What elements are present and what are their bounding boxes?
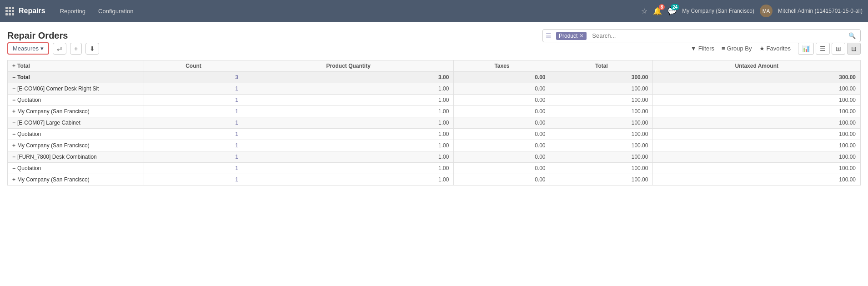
measures-dropdown-arrow: ▾: [40, 45, 44, 52]
row-taxes: 0.00: [454, 140, 550, 151]
favorites-label: Favorites: [767, 45, 791, 52]
kanban-view-btn[interactable]: ⊞: [832, 43, 845, 55]
row-label: −Quotation: [8, 129, 144, 140]
table-row: −[E-COM07] Large Cabinet 1 1.00 0.00 100…: [8, 117, 861, 129]
download-button[interactable]: ⬇: [85, 43, 99, 55]
app-grid-icon[interactable]: [5, 7, 14, 15]
expand-icon[interactable]: +: [12, 176, 15, 183]
expand-icon[interactable]: −: [12, 85, 15, 92]
row-count[interactable]: 1: [144, 163, 243, 174]
row-label: −Quotation: [8, 163, 144, 174]
row-total: 100.00: [550, 163, 653, 174]
expand-icon[interactable]: −: [12, 120, 15, 126]
notification-icon[interactable]: 🔔 8: [653, 7, 662, 15]
row-count[interactable]: 1: [144, 83, 243, 95]
activity-icon[interactable]: ☆: [641, 7, 647, 15]
navbar-right: ☆ 🔔 8 💬 24 My Company (San Francisco) MA…: [641, 5, 863, 17]
expand-icon[interactable]: −: [12, 131, 15, 137]
row-product-qty: 1.00: [243, 117, 453, 129]
expand-icon[interactable]: −: [12, 97, 15, 103]
view-modes: 📊 ☰ ⊞ ⊟: [798, 43, 861, 55]
total-plus-icon: +: [12, 63, 15, 69]
company-name: My Company (San Francisco): [682, 8, 754, 14]
row-product-qty: 1.00: [243, 151, 453, 163]
notification-badge: 8: [659, 4, 665, 10]
message-badge: 24: [671, 4, 679, 10]
table-row: −[FURN_7800] Desk Combination 1 1.00 0.0…: [8, 151, 861, 163]
swap-axes-button[interactable]: ⇄: [53, 43, 66, 55]
row-product-qty: 1.00: [243, 140, 453, 151]
row-taxes: 0.00: [454, 106, 550, 117]
row-total: 100.00: [550, 140, 653, 151]
row-total: 100.00: [550, 129, 653, 140]
table-row: +My Company (San Francisco) 1 1.00 0.00 …: [8, 174, 861, 186]
user-avatar[interactable]: MA: [760, 5, 773, 17]
row-label: −[E-COM06] Corner Desk Right Sit: [8, 83, 144, 95]
filter-tag-label: Product: [559, 33, 577, 39]
row-taxes: 0.00: [454, 129, 550, 140]
measures-button[interactable]: Measures ▾: [7, 42, 49, 55]
row-taxes: 0.00: [454, 117, 550, 129]
app-title[interactable]: Repairs: [19, 7, 45, 15]
row-untaxed: 100.00: [653, 106, 861, 117]
row-total: 100.00: [550, 174, 653, 186]
row-product-qty: 3.00: [243, 72, 453, 83]
row-count[interactable]: 1: [144, 117, 243, 129]
row-taxes: 0.00: [454, 83, 550, 95]
row-product-qty: 1.00: [243, 129, 453, 140]
search-input[interactable]: [588, 30, 844, 42]
row-count[interactable]: 3: [144, 72, 243, 83]
total-header-label: Total: [17, 63, 30, 69]
row-count[interactable]: 1: [144, 174, 243, 186]
favorites-link[interactable]: ★ Favorites: [759, 45, 791, 52]
row-count[interactable]: 1: [144, 151, 243, 163]
expand-icon[interactable]: −: [12, 165, 15, 171]
row-untaxed: 100.00: [653, 83, 861, 95]
row-count[interactable]: 1: [144, 95, 243, 106]
table-row: +My Company (San Francisco) 1 1.00 0.00 …: [8, 140, 861, 151]
search-filter-tag[interactable]: Product ✕: [556, 32, 587, 40]
row-label: −[FURN_7800] Desk Combination: [8, 151, 144, 163]
controls-row: Measures ▾ ⇄ + ⬇ ▼ Filters ≡ Group By ★ …: [7, 42, 861, 55]
row-untaxed: 100.00: [653, 151, 861, 163]
navbar-menu: Reporting Configuration: [55, 5, 139, 17]
row-label: −Total: [8, 72, 144, 83]
row-taxes: 0.00: [454, 95, 550, 106]
list-view-btn[interactable]: ☰: [816, 43, 830, 55]
message-icon[interactable]: 💬 24: [667, 7, 677, 15]
table-row: −Quotation 1 1.00 0.00 100.00 100.00: [8, 129, 861, 140]
filter-tag-close[interactable]: ✕: [579, 33, 584, 39]
pivot-view-btn[interactable]: ⊟: [847, 43, 861, 55]
groupby-link[interactable]: ≡ Group By: [722, 45, 752, 52]
row-untaxed: 100.00: [653, 174, 861, 186]
row-untaxed: 100.00: [653, 95, 861, 106]
col-header-label: + Total: [8, 60, 144, 72]
expand-icon[interactable]: +: [12, 108, 15, 115]
navbar-configuration[interactable]: Configuration: [93, 5, 139, 17]
col-header-product-qty: Product Quantity: [243, 60, 453, 72]
row-total: 100.00: [550, 95, 653, 106]
search-submit-icon[interactable]: 🔍: [844, 30, 860, 42]
groupby-label: Group By: [727, 45, 752, 52]
row-count[interactable]: 1: [144, 106, 243, 117]
table-row: −Total 3 3.00 0.00 300.00 300.00: [8, 72, 861, 83]
navbar: Repairs Reporting Configuration ☆ 🔔 8 💬 …: [0, 0, 868, 22]
favorites-star-icon: ★: [759, 45, 765, 52]
row-product-qty: 1.00: [243, 106, 453, 117]
row-untaxed: 300.00: [653, 72, 861, 83]
row-untaxed: 100.00: [653, 163, 861, 174]
add-measure-button[interactable]: +: [70, 43, 82, 55]
row-count[interactable]: 1: [144, 129, 243, 140]
navbar-reporting[interactable]: Reporting: [55, 5, 91, 17]
filters-link[interactable]: ▼ Filters: [691, 45, 714, 52]
row-total: 100.00: [550, 151, 653, 163]
expand-icon[interactable]: −: [12, 154, 15, 160]
row-count[interactable]: 1: [144, 140, 243, 151]
expand-icon[interactable]: −: [12, 74, 15, 80]
expand-icon[interactable]: +: [12, 142, 15, 149]
pivot-table: + Total Count Product Quantity Taxes Tot…: [7, 60, 861, 186]
row-product-qty: 1.00: [243, 163, 453, 174]
chart-view-btn[interactable]: 📊: [798, 43, 814, 55]
row-label: −[E-COM07] Large Cabinet: [8, 117, 144, 129]
page-header: Repair Orders ☰ Product ✕ 🔍: [7, 29, 861, 42]
